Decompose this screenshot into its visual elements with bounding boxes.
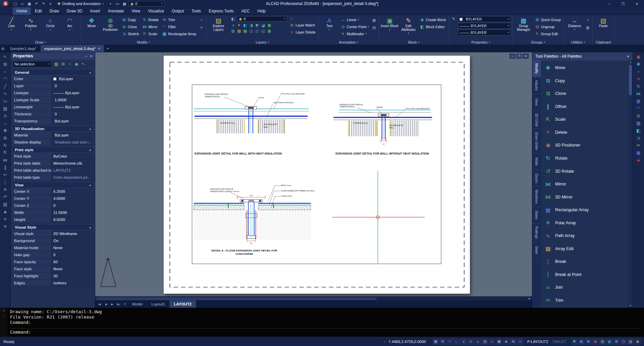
left-tool-icon[interactable]: ⧉	[4, 136, 7, 140]
right-tool-icon[interactable]: ▤	[636, 121, 640, 126]
close-icon[interactable]: ✕	[627, 55, 630, 58]
paste-button[interactable]: ▤ Paste	[594, 16, 612, 40]
palette-tab[interactable]: Inquiry	[532, 77, 541, 94]
layout-indicator[interactable]: P:LAYOUT2	[527, 340, 548, 344]
menu-item[interactable]: AEC	[238, 7, 254, 15]
left-tool-icon[interactable]: ⊞	[3, 62, 7, 67]
document-tab-active[interactable]: expansion_joint_detail-3.dwg* ✕	[41, 45, 104, 52]
panel-label-layers[interactable]: Layers▾	[206, 40, 318, 45]
add-layout-button[interactable]: +	[122, 300, 127, 308]
command-input[interactable]: Command:	[10, 330, 641, 335]
status-toggle-icon[interactable]: ⊞	[440, 339, 446, 345]
left-tool-icon[interactable]: ↖	[3, 55, 7, 59]
property-value[interactable]: Isolines	[52, 280, 94, 286]
palette-tab[interactable]: View	[532, 94, 541, 111]
status-tool-icon[interactable]: ◷	[621, 339, 627, 345]
layer-tool-icon[interactable]: ◑	[230, 22, 236, 28]
status-toggle-icon[interactable]: ≡	[475, 339, 481, 345]
property-value[interactable]: 4.0000	[52, 195, 94, 202]
ribbon-draw-button[interactable]: ◠ Arc ▾	[61, 16, 79, 40]
status-toggle-icon[interactable]: ↹	[510, 339, 516, 345]
left-tool-icon[interactable]: ≡	[4, 217, 7, 222]
ribbon-modify-button[interactable]: ✥ Move	[83, 16, 101, 40]
palette-tool[interactable]: ∥ Offset	[541, 100, 628, 113]
menu-item[interactable]: Insert	[86, 7, 104, 15]
text-button[interactable]: A Text ▾	[320, 16, 338, 40]
status-toggle-icon[interactable]: ▤	[482, 339, 488, 345]
left-tool-icon[interactable]: ✂	[3, 173, 7, 177]
group-manager-button[interactable]: ▩ Group Manager	[515, 16, 533, 40]
layer-tool-icon[interactable]: ▨	[236, 28, 242, 34]
status-toggle-icon[interactable]: ▦	[433, 339, 439, 345]
command-window[interactable]: ✕ ⋮ Drawing name: C:/Users/detail-3.dwgF…	[0, 308, 644, 337]
section-general[interactable]: General▴	[12, 69, 94, 75]
status-toggle-icon[interactable]: ∟	[454, 339, 460, 345]
scroll-right-icon[interactable]: ▶	[527, 297, 532, 300]
layer-utility-button[interactable]: ⧉ Layer Match	[288, 21, 317, 28]
annotation-extra-icon[interactable]: ▦	[371, 17, 377, 23]
block-tool[interactable]: ◧ Block Editor	[419, 23, 447, 30]
layout-tab[interactable]: Model	[128, 300, 147, 308]
menu-item[interactable]: View	[128, 7, 144, 15]
ribbon-modify-tool[interactable]: ⧉ Copy	[121, 16, 140, 23]
left-tool-icon[interactable]: ▤	[3, 202, 7, 207]
scrollbar-thumb[interactable]	[629, 65, 632, 95]
layout-tab[interactable]: Layout1	[147, 300, 169, 308]
menu-item[interactable]: Tools	[188, 7, 205, 15]
layers-panel-icon[interactable]: ▦	[121, 0, 128, 7]
selection-combo[interactable]: No selection ▾	[12, 61, 52, 67]
left-tool-icon[interactable]: ↻	[3, 143, 7, 148]
right-tool-icon[interactable]: ○	[637, 69, 640, 74]
group-tool[interactable]: ⊟ Ungroup	[534, 23, 562, 30]
menu-item[interactable]: Draw	[46, 7, 63, 15]
ribbon-modify-tool[interactable]: ✂ Trim	[161, 16, 197, 23]
left-tool-icon[interactable]: ∿	[3, 92, 7, 96]
annotation-tool[interactable]: ↖ Multileader ▾	[340, 30, 370, 37]
status-tool-icon[interactable]: ◍	[606, 339, 612, 345]
layer-tool-icon[interactable]: ▣	[266, 22, 272, 28]
cursor-settings-icon[interactable]: +	[107, 0, 114, 7]
property-value[interactable]: None	[52, 266, 94, 272]
right-tool-icon[interactable]: ◠	[637, 106, 640, 111]
palette-tab[interactable]: Steel	[532, 242, 541, 258]
group-tool[interactable]: ⊞ Quick Group	[534, 16, 562, 23]
layer-states-icon[interactable]: ◧	[230, 16, 236, 21]
property-value[interactable]: 2D Wireframe	[52, 230, 94, 237]
property-value[interactable]: 0	[52, 202, 94, 209]
close-icon[interactable]: ✕	[98, 47, 101, 50]
close-icon[interactable]: ✕	[90, 54, 93, 58]
panel-label-utilities[interactable]: Utilities▾	[564, 40, 592, 45]
block-big-button[interactable]: ▣ Insert Block ▾	[381, 16, 399, 40]
distance-button[interactable]: ↔ Distance ▾	[566, 16, 584, 40]
block-big-button[interactable]: ✎ Edit Attributes ▾	[399, 16, 418, 40]
panel-label-modify[interactable]: Modify▾	[81, 40, 206, 45]
ribbon-modify-tool[interactable]: ↻ Rotate	[141, 16, 160, 23]
layer-tool-icon[interactable]: ▩	[242, 28, 248, 34]
tab-nav-button[interactable]: |◀	[96, 300, 103, 308]
palette-tab[interactable]: Draw Order	[532, 129, 541, 153]
left-tool-icon[interactable]: ◈	[4, 210, 7, 214]
status-toggle-icon[interactable]: ◈	[503, 339, 509, 345]
layer-tool-icon[interactable]: ▦	[266, 28, 272, 34]
grip-icon[interactable]: ⋮	[2, 313, 5, 317]
menu-item[interactable]: Express Tools	[205, 7, 237, 15]
palette-tool[interactable]: ✕ Delete	[541, 126, 628, 139]
status-tool-icon[interactable]: ◈	[635, 339, 641, 345]
save-icon[interactable]: ▣	[26, 0, 33, 7]
tablet-indicator[interactable]: TABLET	[552, 340, 567, 344]
property-combo[interactable]: BYLAYER ▾	[458, 16, 511, 22]
left-tool-icon[interactable]: ⋈	[3, 158, 7, 163]
status-toggle-icon[interactable]: +	[489, 339, 495, 345]
print-icon[interactable]: ≡	[47, 0, 54, 7]
property-value[interactable]: ——— ByLayer	[52, 104, 94, 110]
titlebar-layer-combo[interactable]: ◉ 0 ▾	[128, 1, 165, 6]
palette-tool[interactable]: ↺ 3D Rotate	[541, 165, 628, 178]
property-value[interactable]: ByLayer	[52, 118, 94, 124]
layer-tool-icon[interactable]: ◫	[248, 28, 254, 34]
status-toggle-icon[interactable]: ▱	[517, 339, 523, 345]
palette-tab[interactable]: Modify	[532, 60, 541, 77]
layer-tool-icon[interactable]: ◰	[254, 28, 260, 34]
status-tool-icon[interactable]: ▣	[578, 339, 584, 345]
left-tool-icon[interactable]: ▨	[3, 106, 7, 111]
property-value[interactable]: ByLayer	[52, 75, 94, 82]
